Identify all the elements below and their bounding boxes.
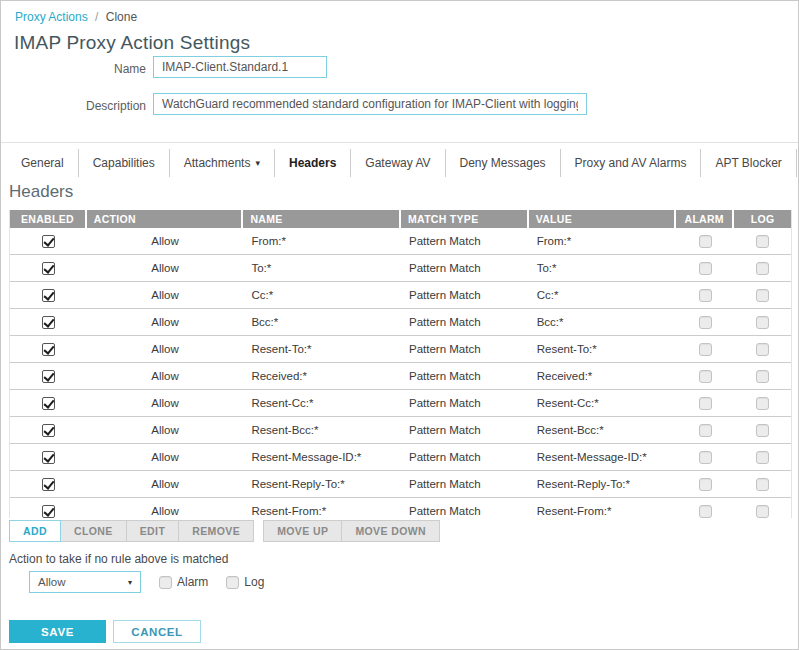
move-down-button[interactable]: MOVE DOWN — [341, 520, 440, 542]
table-row[interactable]: Allow Resent-Reply-To:* Pattern Match Re… — [10, 471, 791, 498]
tab-apt-blocker[interactable]: APT Blocker ▾ — [701, 149, 796, 177]
enabled-checkbox[interactable] — [42, 478, 55, 491]
cell-action: Allow — [87, 370, 244, 382]
cell-action: Allow — [87, 505, 244, 517]
tab-attachments[interactable]: Attachments ▾ — [170, 149, 275, 177]
cell-log — [734, 262, 791, 275]
enabled-checkbox[interactable] — [42, 235, 55, 248]
alarm-checkbox[interactable] — [699, 397, 712, 410]
tab-label: APT Blocker — [715, 156, 781, 170]
cell-alarm — [676, 343, 734, 356]
log-checkbox[interactable] — [756, 235, 769, 248]
enabled-checkbox[interactable] — [42, 451, 55, 464]
tab-gateway-av[interactable]: Gateway AV ▾ — [351, 149, 445, 177]
default-log-label: Log — [244, 575, 264, 589]
name-field[interactable] — [153, 56, 327, 78]
alarm-checkbox[interactable] — [699, 505, 712, 518]
cell-log — [734, 505, 791, 518]
tab-deny-messages[interactable]: Deny Messages ▾ — [446, 149, 561, 177]
cell-match-type: Pattern Match — [401, 316, 529, 328]
description-field[interactable] — [153, 93, 587, 115]
enabled-checkbox[interactable] — [42, 316, 55, 329]
log-checkbox[interactable] — [756, 316, 769, 329]
cell-name: Bcc:* — [243, 316, 401, 328]
log-checkbox[interactable] — [756, 451, 769, 464]
cell-name: From:* — [243, 235, 401, 247]
cell-value: Resent-Reply-To:* — [529, 478, 677, 490]
move-up-button[interactable]: MOVE UP — [263, 520, 342, 542]
table-row[interactable]: Allow To:* Pattern Match To:* — [10, 255, 791, 282]
tab-general[interactable]: General ▾ — [7, 149, 79, 177]
log-checkbox[interactable] — [756, 397, 769, 410]
alarm-checkbox[interactable] — [699, 424, 712, 437]
log-checkbox[interactable] — [756, 370, 769, 383]
page-title: IMAP Proxy Action Settings — [14, 32, 250, 54]
column-header-alarm: ALARM — [676, 210, 734, 228]
enabled-checkbox[interactable] — [42, 505, 55, 518]
table-row[interactable]: Allow Resent-Bcc:* Pattern Match Resent-… — [10, 417, 791, 444]
cell-enabled — [10, 235, 87, 248]
alarm-checkbox[interactable] — [699, 451, 712, 464]
remove-button[interactable]: REMOVE — [178, 520, 254, 542]
enabled-checkbox[interactable] — [42, 289, 55, 302]
log-checkbox[interactable] — [756, 262, 769, 275]
table-row[interactable]: Allow Resent-Cc:* Pattern Match Resent-C… — [10, 390, 791, 417]
alarm-checkbox[interactable] — [699, 478, 712, 491]
edit-button[interactable]: EDIT — [126, 520, 180, 542]
alarm-checkbox[interactable] — [699, 370, 712, 383]
enabled-checkbox[interactable] — [42, 370, 55, 383]
breadcrumb-link-proxy-actions[interactable]: Proxy Actions — [15, 10, 88, 24]
cell-match-type: Pattern Match — [401, 451, 529, 463]
table-row[interactable]: Allow Cc:* Pattern Match Cc:* — [10, 282, 791, 309]
enabled-checkbox[interactable] — [42, 343, 55, 356]
log-checkbox[interactable] — [756, 505, 769, 518]
clone-button[interactable]: CLONE — [60, 520, 127, 542]
table-row[interactable]: Allow Resent-Message-ID:* Pattern Match … — [10, 444, 791, 471]
column-header-value: VALUE — [529, 210, 677, 228]
log-checkbox[interactable] — [756, 289, 769, 302]
cell-enabled — [10, 343, 87, 356]
cell-value: Resent-To:* — [529, 343, 677, 355]
alarm-checkbox[interactable] — [699, 235, 712, 248]
tab-headers[interactable]: Headers ▾ — [275, 149, 351, 177]
add-button[interactable]: ADD — [9, 520, 61, 542]
column-header-name: NAME — [243, 210, 401, 228]
cell-enabled — [10, 451, 87, 464]
table-row[interactable]: Allow Resent-To:* Pattern Match Resent-T… — [10, 336, 791, 363]
cancel-button[interactable]: CANCEL — [113, 620, 201, 643]
cell-enabled — [10, 478, 87, 491]
log-checkbox[interactable] — [756, 424, 769, 437]
cell-value: Bcc:* — [529, 316, 677, 328]
tabs-divider — [1, 142, 798, 143]
log-checkbox[interactable] — [756, 343, 769, 356]
cell-match-type: Pattern Match — [401, 370, 529, 382]
cell-match-type: Pattern Match — [401, 505, 529, 517]
cell-alarm — [676, 289, 734, 302]
cell-alarm — [676, 370, 734, 383]
cell-log — [734, 235, 791, 248]
alarm-checkbox[interactable] — [699, 262, 712, 275]
alarm-checkbox[interactable] — [699, 343, 712, 356]
table-row[interactable]: Allow From:* Pattern Match From:* — [10, 228, 791, 255]
log-checkbox[interactable] — [756, 478, 769, 491]
cell-value: Resent-Cc:* — [529, 397, 677, 409]
enabled-checkbox[interactable] — [42, 262, 55, 275]
cell-action: Allow — [87, 397, 244, 409]
tab-label: Proxy and AV Alarms — [575, 156, 687, 170]
table-row[interactable]: Allow Received:* Pattern Match Received:… — [10, 363, 791, 390]
alarm-checkbox[interactable] — [699, 316, 712, 329]
alarm-checkbox[interactable] — [699, 289, 712, 302]
table-row[interactable]: Allow Bcc:* Pattern Match Bcc:* — [10, 309, 791, 336]
table-row[interactable]: Allow Resent-From:* Pattern Match Resent… — [10, 498, 791, 518]
save-button[interactable]: SAVE — [9, 620, 106, 643]
tab-capabilities[interactable]: Capabilities ▾ — [79, 149, 170, 177]
section-title-headers: Headers — [9, 182, 73, 202]
cell-action: Allow — [87, 316, 244, 328]
cell-action: Allow — [87, 343, 244, 355]
default-action-dropdown[interactable]: Allow ▾ — [29, 571, 141, 593]
enabled-checkbox[interactable] — [42, 424, 55, 437]
default-log-checkbox[interactable] — [226, 576, 239, 589]
tab-proxy-and-av-alarms[interactable]: Proxy and AV Alarms ▾ — [561, 149, 702, 177]
enabled-checkbox[interactable] — [42, 397, 55, 410]
default-alarm-checkbox[interactable] — [159, 576, 172, 589]
